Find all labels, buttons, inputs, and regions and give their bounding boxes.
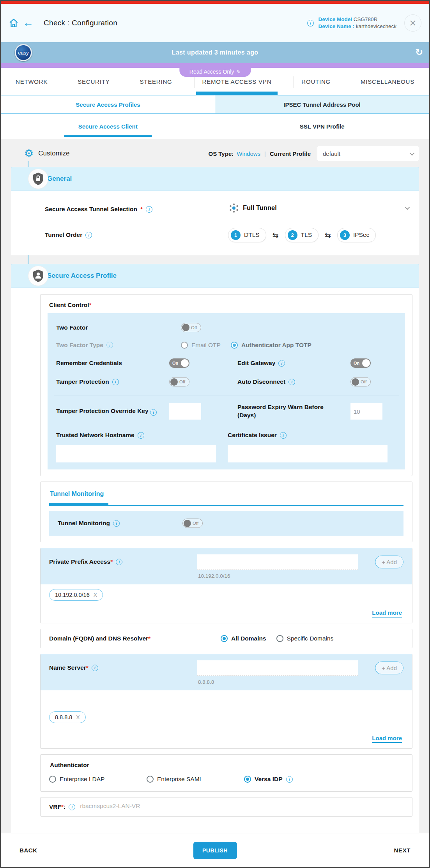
edit-gateway-info-icon[interactable]: i xyxy=(278,360,285,367)
customize-label: Customize xyxy=(38,150,69,157)
chip-remove-icon[interactable]: X xyxy=(94,592,97,598)
tunnel-monitoring-row: Tunnel Monitoringi Off xyxy=(49,511,403,536)
tamper-override-info-icon[interactable]: i xyxy=(150,409,157,416)
tunnel-selection-label-wrap: Secure Access Tunnel Selection* i xyxy=(45,206,228,213)
profile-select[interactable]: default xyxy=(317,146,419,161)
tamper-override-input[interactable] xyxy=(169,403,201,420)
tab-secure-access-client[interactable]: Secure Access Client xyxy=(1,114,215,139)
profile-section-header: Secure Access Profile xyxy=(11,264,419,288)
pwd-expiry-input[interactable] xyxy=(350,403,382,420)
tab-routing[interactable]: ROUTING xyxy=(294,68,338,95)
tab-secure-access-profiles[interactable]: Secure Access Profiles xyxy=(1,95,215,114)
radio-email-otp[interactable]: Email OTP xyxy=(181,342,221,349)
tab-miscellaneous[interactable]: MISCELLANEOUS xyxy=(353,68,422,95)
edit-gateway-toggle[interactable]: On xyxy=(350,358,371,368)
device-info-icon[interactable]: i xyxy=(307,20,314,26)
trusted-hostname-input[interactable] xyxy=(56,445,216,462)
vrf-info-icon[interactable]: i xyxy=(69,804,75,810)
two-factor-toggle[interactable]: Off xyxy=(181,323,201,332)
private-prefix-load-more[interactable]: Load more xyxy=(372,609,402,617)
domain-dns-label: Domain (FQDN) and DNS Resolver* xyxy=(49,635,150,642)
refresh-icon[interactable]: ↻ xyxy=(415,47,423,58)
auto-disconnect-toggle[interactable]: Off xyxy=(350,377,371,386)
radio-enterprise-ldap[interactable]: Enterprise LDAP xyxy=(49,776,147,783)
tunnel-order-row: Tunnel Order i 1 DTLS ⇆ 2 TLS xyxy=(45,222,410,248)
private-prefix-chip[interactable]: 10.192.0.0/16 X xyxy=(49,589,103,601)
read-access-label: Read Access Only xyxy=(189,69,234,75)
two-factor-type-info-icon[interactable]: i xyxy=(106,342,113,348)
device-name-label: Device Name : xyxy=(319,23,354,29)
tunnel-monitoring-label: Tunnel Monitoring xyxy=(58,520,110,527)
publish-button[interactable]: PUBLISH xyxy=(193,842,237,859)
tunnel-order-pill-tls[interactable]: 2 TLS xyxy=(285,228,319,242)
swap-icon[interactable]: ⇆ xyxy=(273,231,279,240)
order-number-badge: 1 xyxy=(231,230,241,240)
tunnel-selection-row: Secure Access Tunnel Selection* i Full T… xyxy=(45,196,410,222)
general-section: General Secure Access Tunnel Selection* … xyxy=(11,167,419,255)
radio-versa-idp[interactable]: Versa IDP i xyxy=(244,776,293,783)
tunnel-selection-select[interactable]: Full Tunnel xyxy=(228,201,410,218)
cert-issuer-label: Certificate Issuer xyxy=(228,432,277,439)
tunnel-selection-value: Full Tunnel xyxy=(243,204,277,212)
tab-security[interactable]: SECURITY xyxy=(70,68,117,95)
name-server-hint: 8.8.8.8 xyxy=(197,679,366,685)
chip-value: 10.192.0.0/16 xyxy=(55,592,90,598)
swap-icon[interactable]: ⇆ xyxy=(325,231,331,240)
trusted-hostname-info-icon[interactable]: i xyxy=(138,432,144,439)
tamper-protection-info-icon[interactable]: i xyxy=(112,379,119,385)
order-label: DTLS xyxy=(244,231,260,238)
tamper-protection-toggle[interactable]: Off xyxy=(169,377,189,386)
tab-ssl-vpn-profile[interactable]: SSL VPN Profile xyxy=(215,114,430,139)
tunnel-order-pill-ipsec[interactable]: 3 IPSec xyxy=(337,228,376,242)
current-profile-label: Current Profile xyxy=(270,150,311,157)
os-type-label: OS Type: xyxy=(208,150,234,157)
vrf-value[interactable]: rbacmspcus2-LAN-VR xyxy=(79,803,173,811)
radio-all-domains[interactable]: All Domains xyxy=(221,635,266,642)
radio-enterprise-saml[interactable]: Enterprise SAML xyxy=(147,776,244,783)
versa-idp-info-icon[interactable]: i xyxy=(286,776,293,783)
tunnel-order-label: Tunnel Order xyxy=(45,231,82,238)
name-server-load-more[interactable]: Load more xyxy=(372,735,402,743)
cert-issuer-info-icon[interactable]: i xyxy=(280,432,287,439)
back-arrow-icon[interactable]: ← xyxy=(23,18,34,28)
gear-icon: ⚙ xyxy=(24,148,34,159)
two-factor-label: Two Factor xyxy=(56,324,88,331)
customize-row: ⚙ Customize OS Type: Windows | Current P… xyxy=(11,146,419,161)
page-title: Check : Configuration xyxy=(44,19,117,27)
cert-issuer-input[interactable] xyxy=(228,445,388,462)
tunnel-monitoring-info-icon[interactable]: i xyxy=(113,520,120,527)
tunnel-order-info-icon[interactable]: i xyxy=(85,232,92,238)
two-factor-type-label: Two Factor Type xyxy=(56,342,103,349)
name-server-input[interactable] xyxy=(197,660,358,676)
radio-specific-domains[interactable]: Specific Domains xyxy=(276,635,334,642)
name-server-chip[interactable]: 8.8.8.8 X xyxy=(49,711,86,723)
tab-network[interactable]: NETWORK xyxy=(8,68,55,95)
home-icon[interactable] xyxy=(9,18,19,28)
os-type-value[interactable]: Windows xyxy=(237,150,260,157)
private-prefix-add-button[interactable]: + Add xyxy=(375,556,403,568)
close-icon[interactable]: × xyxy=(404,14,421,32)
tab-ipsec-tunnel-address-pool[interactable]: IPSEC Tunnel Address Pool xyxy=(215,95,429,114)
private-prefix-input[interactable] xyxy=(197,554,358,570)
name-server-info-icon[interactable]: i xyxy=(92,665,98,671)
tab-steering[interactable]: STEERING xyxy=(132,68,180,95)
name-server-add-button[interactable]: + Add xyxy=(375,662,403,674)
chip-remove-icon[interactable]: X xyxy=(76,714,80,720)
auto-disconnect-info-icon[interactable]: i xyxy=(288,379,295,385)
tunnel-monitoring-tab[interactable]: Tunnel Monitoring xyxy=(50,490,104,498)
tunnel-order-pill-dtls[interactable]: 1 DTLS xyxy=(228,228,266,242)
private-prefix-info-icon[interactable]: i xyxy=(116,559,122,565)
chevron-down-icon xyxy=(410,150,415,155)
next-button[interactable]: NEXT xyxy=(394,847,411,854)
device-config-modal: ← Check : Configuration i Device Model C… xyxy=(0,0,430,868)
user-shield-icon xyxy=(28,266,48,286)
radio-authenticator-app-totp[interactable]: Authenticator App TOTP xyxy=(231,342,311,349)
private-prefix-card: Private Prefix Access* i 10.192.0.0/16 +… xyxy=(40,548,412,623)
tamper-override-label: Tamper Protection Override Key i xyxy=(56,407,157,416)
remember-credentials-toggle[interactable]: On xyxy=(169,358,189,368)
tunnel-monitoring-toggle[interactable]: Off xyxy=(182,519,203,528)
tunnel-selection-info-icon[interactable]: i xyxy=(146,206,152,213)
back-button[interactable]: BACK xyxy=(19,847,37,854)
tertiary-tab-bar: Secure Access Client SSL VPN Profile xyxy=(1,114,429,139)
tunnel-order-label-wrap: Tunnel Order i xyxy=(45,231,228,238)
